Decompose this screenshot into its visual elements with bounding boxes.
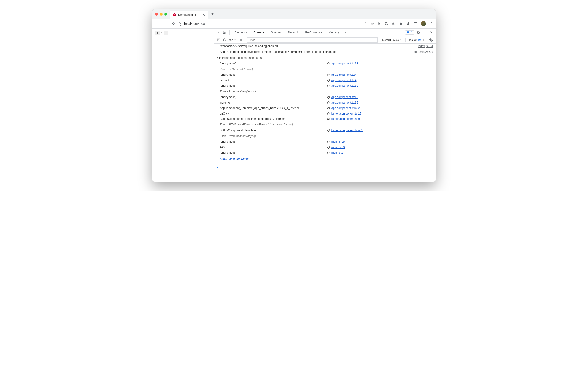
- frame-function: ButtonComponent_Template_input_click_0_l…: [220, 117, 327, 122]
- close-tab-icon[interactable]: ✕: [202, 13, 205, 17]
- tab-console[interactable]: Console: [251, 29, 266, 36]
- settings-icon[interactable]: [416, 31, 421, 34]
- stack-frame: AppComponent_Template_app_button_handleC…: [220, 106, 435, 111]
- extension-target-icon[interactable]: ◎: [392, 22, 395, 26]
- increment-button[interactable]: +: [155, 31, 160, 35]
- frame-source-link[interactable]: button.component.html:1: [331, 117, 363, 122]
- log-message: Angular is running in development mode. …: [220, 50, 411, 55]
- frame-source-link[interactable]: app.component.html:2: [331, 106, 360, 111]
- at-symbol: @: [327, 128, 330, 133]
- bookmark-icon[interactable]: ☆: [371, 22, 374, 26]
- issues-indicator[interactable]: 1 Issue: 1: [405, 38, 425, 42]
- at-symbol: @: [327, 106, 330, 111]
- frame-source-link[interactable]: button.component.html:1: [331, 128, 363, 133]
- frame-source-link[interactable]: app.component.ts:18: [331, 61, 358, 66]
- at-symbol: @: [327, 111, 330, 116]
- profile-avatar[interactable]: [421, 21, 426, 26]
- counter-widget: + 1 -: [155, 31, 212, 35]
- inspect-icon[interactable]: [217, 31, 221, 34]
- frame-source-link[interactable]: main.js:2: [331, 150, 343, 155]
- stack-frame: (anonymous)@main.ts:15: [220, 139, 435, 145]
- frame-source-link[interactable]: app.component.ts:15: [331, 100, 358, 105]
- trace-label: incremented: [219, 56, 235, 61]
- frame-function: timeout: [220, 78, 327, 83]
- clear-console-icon[interactable]: [223, 38, 227, 42]
- frame-source-link[interactable]: app.component.ts:16: [331, 83, 358, 89]
- minimize-window-icon[interactable]: [160, 13, 163, 16]
- frame-source-link[interactable]: app.component.ts:4: [331, 72, 357, 77]
- collapse-icon[interactable]: ▼: [217, 56, 219, 61]
- toggle-sidebar-icon[interactable]: [217, 38, 221, 42]
- log-row: Angular is running in development mode. …: [214, 49, 435, 55]
- separator: [229, 31, 229, 34]
- stack-frame: timeout@app.component.ts:4: [220, 78, 435, 83]
- context-selector[interactable]: top▼: [229, 38, 237, 42]
- site-info-icon[interactable]: i: [179, 22, 182, 26]
- frame-function: onClick: [220, 111, 327, 116]
- log-source-link[interactable]: index.js:551: [415, 44, 433, 49]
- filter-input[interactable]: [247, 37, 378, 42]
- at-symbol: @: [327, 100, 330, 105]
- frame-function: (anonymous): [220, 83, 327, 89]
- tab-elements[interactable]: Elements: [232, 29, 249, 36]
- labs-icon[interactable]: [406, 22, 410, 26]
- at-symbol: @: [327, 139, 330, 144]
- tab-sources[interactable]: Sources: [268, 29, 284, 36]
- messages-badge[interactable]: 1: [405, 31, 414, 34]
- extensions-icon[interactable]: [399, 22, 403, 26]
- tab-title: DemoAngular: [178, 13, 196, 16]
- log-row: [webpack-dev-server] Live Reloading enab…: [214, 44, 435, 49]
- maximize-window-icon[interactable]: [164, 13, 167, 16]
- frame-function: ButtonComponent_Template: [220, 128, 327, 133]
- frame-source-link[interactable]: main.ts:15: [331, 139, 345, 144]
- log-source-link[interactable]: core.mjs:25627: [411, 50, 433, 55]
- page-viewport: + 1 -: [153, 29, 214, 182]
- titlebar: DemoAngular ✕ + ⌄: [153, 9, 435, 19]
- stack-frame: (anonymous)@app.component.ts:16: [220, 83, 435, 89]
- svg-point-10: [240, 39, 241, 40]
- frame-function: AppComponent_Template_app_button_handleC…: [220, 106, 327, 111]
- decrement-button[interactable]: -: [164, 31, 168, 35]
- panel-icon[interactable]: [414, 22, 417, 26]
- zone-divider: Zone - setTimeout (async): [220, 66, 435, 72]
- more-tabs-icon[interactable]: »: [344, 31, 348, 34]
- device-toggle-icon[interactable]: [223, 31, 227, 34]
- devtools-menu-icon[interactable]: ⋮: [423, 31, 427, 34]
- frame-source-link[interactable]: app.component.ts:4: [331, 78, 357, 83]
- tabs-menu-icon[interactable]: ⌄: [430, 12, 433, 16]
- frame-source-link[interactable]: app.component.ts:16: [331, 95, 358, 100]
- frame-source-link[interactable]: main.ts:13: [331, 145, 345, 150]
- trace-header[interactable]: ▼ incremented app.component.ts:18: [214, 55, 435, 61]
- url-input[interactable]: i localhost:4200: [179, 22, 360, 26]
- close-window-icon[interactable]: [155, 13, 158, 16]
- svg-point-1: [387, 24, 388, 25]
- show-more-frames[interactable]: Show 234 more frames: [220, 156, 435, 163]
- browser-tab[interactable]: DemoAngular ✕: [170, 11, 208, 19]
- at-symbol: @: [327, 95, 330, 100]
- browser-menu-icon[interactable]: ⋮: [429, 22, 433, 26]
- trace-source-link[interactable]: app.component.ts:18: [235, 56, 262, 61]
- svg-point-0: [385, 24, 386, 25]
- devtools-tabbar: Elements Console Sources Network Perform…: [214, 29, 435, 36]
- tab-performance[interactable]: Performance: [303, 29, 325, 36]
- share-icon[interactable]: [363, 22, 367, 26]
- back-button[interactable]: ←: [155, 21, 160, 27]
- close-devtools-icon[interactable]: ✕: [429, 31, 433, 34]
- new-tab-button[interactable]: +: [211, 11, 214, 17]
- at-symbol: @: [327, 72, 330, 77]
- tab-memory[interactable]: Memory: [327, 29, 342, 36]
- console-toolbar: top▼ Default levels▼ 1 Issue: 1: [214, 36, 435, 44]
- frame-source-link[interactable]: button.component.ts:17: [331, 111, 361, 116]
- incognito-icon[interactable]: [384, 22, 389, 26]
- console-settings-icon[interactable]: [429, 38, 433, 42]
- console-prompt[interactable]: ›: [214, 163, 435, 171]
- levels-selector[interactable]: Default levels▼: [381, 38, 403, 42]
- tab-network[interactable]: Network: [286, 29, 301, 36]
- frame-function: (anonymous): [220, 72, 327, 77]
- stack-frame: ButtonComponent_Template@button.componen…: [220, 128, 435, 133]
- extension-skull-icon[interactable]: ☠: [377, 22, 381, 26]
- reload-button[interactable]: ⟳: [171, 21, 176, 27]
- at-symbol: @: [327, 61, 330, 66]
- frame-function: (anonymous): [220, 150, 327, 155]
- live-expression-icon[interactable]: [239, 38, 243, 42]
